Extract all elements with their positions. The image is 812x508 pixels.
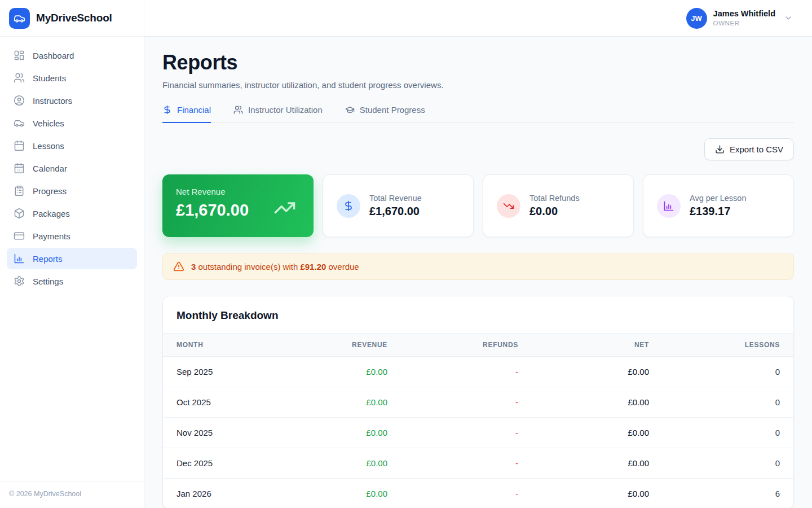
stat-value: £139.17 — [690, 205, 747, 218]
user-role: OWNER — [713, 19, 775, 28]
cell-revenue: £0.00 — [270, 479, 401, 508]
main-area: JW James Whitfield OWNER Reports Financi… — [144, 0, 812, 508]
stat-cards: Net Revenue £1,670.00 Total Revenue £1,6… — [162, 174, 794, 237]
sidebar-item-label: Students — [33, 73, 66, 83]
reports-icon — [14, 253, 25, 264]
sidebar-item-vehicles[interactable]: Vehicles — [7, 112, 137, 134]
cell-month: Sep 2025 — [163, 357, 270, 387]
avatar: JW — [686, 8, 707, 29]
sidebar-item-label: Lessons — [33, 141, 64, 151]
cell-month: Oct 2025 — [163, 387, 270, 418]
download-icon — [715, 144, 725, 154]
stat-card-net-revenue: Net Revenue £1,670.00 — [162, 174, 314, 237]
cell-net: £0.00 — [532, 357, 663, 387]
user-name: James Whitfield — [713, 8, 775, 19]
lessons-icon — [14, 140, 25, 151]
sidebar-item-reports[interactable]: Reports — [7, 248, 137, 269]
vehicles-icon — [14, 117, 25, 129]
sidebar-item-label: Instructors — [33, 96, 72, 106]
alert-text: 3 outstanding invoice(s) with £91.20 ove… — [191, 262, 359, 271]
monthly-breakdown-title: Monthly Breakdown — [163, 296, 793, 333]
cell-revenue: £0.00 — [270, 448, 401, 479]
col-month: Month — [163, 334, 270, 357]
stat-label: Total Refunds — [529, 194, 580, 203]
stat-card-avg-per-lesson: Avg per Lesson £139.17 — [643, 174, 794, 237]
stat-label: Net Revenue — [176, 187, 300, 196]
cell-lessons: 6 — [663, 479, 793, 508]
stat-card-total-refunds: Total Refunds £0.00 — [483, 174, 634, 237]
report-tabs: Financial Instructor Utilization Student… — [162, 105, 794, 123]
sidebar-item-settings[interactable]: Settings — [7, 270, 137, 292]
sidebar: MyDriveSchool Dashboard Students Instruc… — [0, 0, 144, 508]
cell-lessons: 0 — [663, 387, 793, 418]
calendar-icon — [14, 163, 25, 174]
instructors-icon — [14, 95, 25, 106]
stat-text: Total Refunds £0.00 — [529, 194, 580, 218]
cell-net: £0.00 — [532, 387, 663, 418]
dashboard-icon — [14, 50, 25, 61]
tab-student-progress[interactable]: Student Progress — [345, 105, 425, 123]
dollar-icon — [337, 194, 360, 218]
tab-instructor-utilization[interactable]: Instructor Utilization — [233, 105, 323, 123]
alert-text-1: outstanding invoice(s) with — [196, 262, 300, 271]
cell-lessons: 0 — [663, 448, 793, 479]
sidebar-item-calendar[interactable]: Calendar — [7, 157, 137, 179]
bar-chart-icon — [657, 194, 681, 218]
cell-net: £0.00 — [532, 418, 663, 448]
user-menu[interactable]: JW James Whitfield OWNER — [686, 8, 793, 29]
graduation-cap-icon — [345, 105, 355, 115]
col-lessons: Lessons — [663, 334, 793, 357]
cell-refunds: - — [401, 357, 532, 387]
alert-text-2: overdue — [326, 262, 359, 271]
cell-refunds: - — [401, 479, 532, 508]
sidebar-item-label: Packages — [33, 209, 70, 218]
dollar-icon — [162, 105, 172, 115]
col-refunds: Refunds — [401, 334, 532, 357]
col-net: Net — [532, 334, 663, 357]
toolbar: Export to CSV — [162, 138, 794, 160]
export-csv-label: Export to CSV — [730, 144, 783, 154]
cell-revenue: £0.00 — [270, 357, 401, 387]
stat-value: £1,670.00 — [369, 205, 422, 218]
stat-text: Total Revenue £1,670.00 — [369, 194, 422, 218]
sidebar-item-label: Reports — [33, 254, 63, 264]
tab-label: Financial — [177, 105, 211, 115]
topbar: JW James Whitfield OWNER — [144, 0, 812, 37]
sidebar-item-label: Dashboard — [33, 51, 74, 60]
payments-icon — [14, 230, 25, 242]
brand-logo[interactable]: MyDriveSchool — [0, 0, 144, 37]
sidebar-item-dashboard[interactable]: Dashboard — [7, 45, 137, 66]
cell-refunds: - — [401, 418, 532, 448]
tab-label: Student Progress — [360, 105, 425, 115]
overdue-invoices-alert: 3 outstanding invoice(s) with £91.20 ove… — [162, 253, 794, 280]
sidebar-item-progress[interactable]: Progress — [7, 180, 137, 202]
tab-financial[interactable]: Financial — [162, 105, 211, 123]
table-row: Sep 2025 £0.00 - £0.00 0 — [163, 357, 793, 387]
stat-card-total-revenue: Total Revenue £1,670.00 — [323, 174, 474, 237]
sidebar-item-label: Payments — [33, 231, 70, 241]
cell-net: £0.00 — [532, 479, 663, 508]
cell-revenue: £0.00 — [270, 418, 401, 448]
sidebar-item-lessons[interactable]: Lessons — [7, 135, 137, 156]
sidebar-item-payments[interactable]: Payments — [7, 225, 137, 247]
sidebar-item-packages[interactable]: Packages — [7, 203, 137, 224]
monthly-breakdown-table: Month Revenue Refunds Net Lessons Sep 20… — [163, 333, 793, 508]
tab-label: Instructor Utilization — [248, 105, 323, 115]
sidebar-item-instructors[interactable]: Instructors — [7, 90, 137, 111]
cell-lessons: 0 — [663, 418, 793, 448]
sidebar-item-label: Progress — [33, 186, 67, 196]
cell-lessons: 0 — [663, 357, 793, 387]
table-header-row: Month Revenue Refunds Net Lessons — [163, 334, 793, 357]
content: Reports Financial summaries, instructor … — [144, 37, 812, 508]
cell-month: Dec 2025 — [163, 448, 270, 479]
export-csv-button[interactable]: Export to CSV — [704, 138, 794, 160]
stat-text: Avg per Lesson £139.17 — [690, 194, 747, 218]
progress-icon — [14, 185, 25, 196]
cell-month: Nov 2025 — [163, 418, 270, 448]
trending-up-icon — [271, 196, 299, 219]
sidebar-item-students[interactable]: Students — [7, 67, 137, 89]
alert-triangle-icon — [173, 261, 184, 272]
sidebar-nav: Dashboard Students Instructors Vehicles … — [0, 37, 144, 292]
sidebar-item-label: Calendar — [33, 164, 67, 173]
table-row: Nov 2025 £0.00 - £0.00 0 — [163, 418, 793, 448]
